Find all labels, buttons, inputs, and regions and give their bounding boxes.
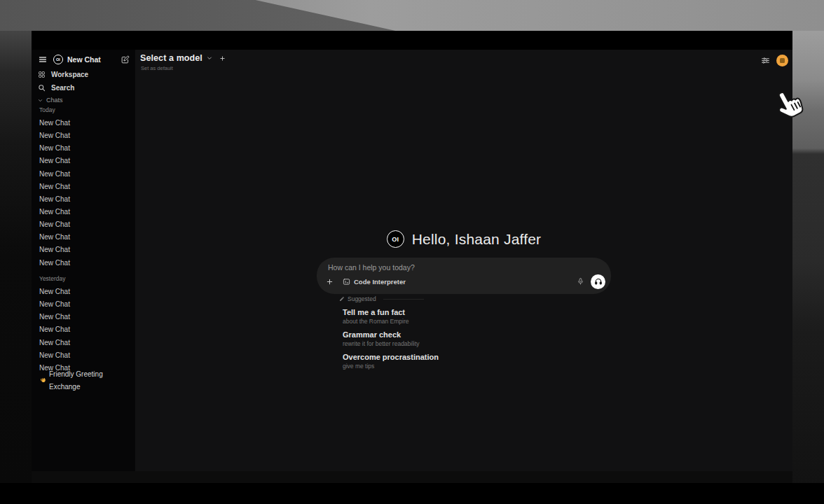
app-window: OI New Chat: [32, 31, 792, 471]
main-area: Select a model Set as default: [135, 50, 792, 471]
sidebar-item-workspace[interactable]: Workspace: [36, 68, 131, 81]
desktop-background-triangle: [0, 0, 824, 31]
window-top-strip: [32, 31, 792, 50]
chat-item[interactable]: New Chat: [32, 231, 134, 244]
chat-item[interactable]: New Chat: [32, 257, 134, 270]
controls-sliders-icon[interactable]: [761, 56, 770, 65]
search-label: Search: [51, 84, 74, 92]
chevron-down-icon: [38, 98, 43, 103]
chat-item[interactable]: New Chat: [32, 142, 134, 155]
message-inputbox[interactable]: Code Interpreter: [317, 258, 611, 294]
chat-item[interactable]: New Chat: [32, 206, 134, 218]
chats-section-toggle[interactable]: Chats: [38, 95, 63, 105]
chat-item[interactable]: New Chat: [32, 337, 134, 349]
chat-item[interactable]: New Chat: [32, 323, 134, 336]
chats-label: Chats: [46, 97, 63, 104]
chat-item[interactable]: New Chat: [32, 286, 134, 298]
suggested-label: Suggested: [348, 295, 376, 302]
code-interpreter-label: Code Interpreter: [354, 278, 406, 286]
chat-item[interactable]: New Chat: [32, 244, 134, 256]
suggestion-subtitle: give me tips: [343, 362, 574, 370]
workspace-grid-icon: [38, 71, 46, 78]
section-label-yesterday: Yesterday: [39, 275, 66, 282]
desktop-background-left: [0, 31, 32, 483]
input-toolbar: Code Interpreter: [317, 272, 611, 290]
sidebar-toggle-icon[interactable]: [39, 55, 47, 64]
sidebar: OI New Chat: [32, 50, 135, 471]
pencil-icon: [339, 296, 345, 302]
chat-item[interactable]: New Chat: [32, 298, 134, 311]
top-right-controls: [761, 55, 788, 66]
code-interpreter-icon: [343, 278, 350, 286]
user-avatar[interactable]: [776, 55, 788, 66]
chat-item[interactable]: New Chat: [32, 181, 134, 193]
section-label-today: Today: [39, 106, 55, 113]
code-interpreter-toggle[interactable]: Code Interpreter: [343, 278, 406, 286]
suggestion-item[interactable]: Grammar check rewrite it for better read…: [343, 330, 574, 348]
desktop-background-bottom: [32, 471, 792, 483]
chat-item[interactable]: New Chat: [32, 130, 134, 142]
chat-list-today: New Chat New Chat New Chat New Chat New …: [32, 117, 134, 270]
chat-item[interactable]: New Chat: [32, 155, 134, 167]
workspace-label: Workspace: [51, 71, 88, 78]
chat-item[interactable]: New Chat: [32, 311, 134, 323]
letterbox-bar: [0, 483, 824, 504]
sidebar-header: OI New Chat: [39, 53, 130, 66]
suggestions-list: Tell me a fun fact about the Roman Empir…: [343, 307, 574, 374]
mic-icon[interactable]: [577, 277, 584, 286]
suggestion-item[interactable]: Overcome procrastination give me tips: [343, 352, 574, 370]
voice-call-button[interactable]: [591, 274, 605, 289]
app-logo: OI: [53, 55, 63, 64]
set-default-link[interactable]: Set as default: [141, 65, 173, 71]
chat-item[interactable]: New Chat: [32, 218, 134, 231]
chevron-down-icon: [207, 55, 212, 61]
suggestion-title: Grammar check: [343, 330, 574, 340]
sidebar-item-search[interactable]: Search: [36, 81, 131, 94]
chat-item[interactable]: New Chat: [32, 193, 134, 206]
desktop-background-top: [0, 0, 824, 31]
attach-plus-icon[interactable]: [326, 278, 334, 286]
model-selector-label: Select a model: [140, 53, 202, 63]
headphones-icon: [594, 277, 603, 286]
waving-hand-icon: [39, 377, 46, 384]
chat-item-label: Friendly Greeting Exchange: [49, 368, 134, 393]
sidebar-title: New Chat: [67, 55, 101, 64]
suggested-header: Suggested: [339, 295, 424, 302]
suggestion-item[interactable]: Tell me a fun fact about the Roman Empir…: [343, 307, 574, 326]
new-chat-icon[interactable]: [121, 55, 130, 64]
chat-item[interactable]: New Chat: [32, 117, 134, 130]
suggestion-subtitle: about the Roman Empire: [343, 317, 574, 326]
app-logo-large: OI: [387, 230, 404, 248]
chat-list-yesterday: New Chat New Chat New Chat New Chat New …: [32, 286, 134, 374]
greeting-text: Hello, Ishaan Jaffer: [412, 231, 542, 248]
chat-item-named[interactable]: Friendly Greeting Exchange: [32, 374, 134, 387]
search-icon: [38, 84, 46, 92]
suggestion-title: Tell me a fun fact: [343, 307, 574, 317]
sidebar-nav: Workspace Search: [36, 68, 131, 94]
add-model-icon[interactable]: [219, 55, 226, 62]
model-selector[interactable]: Select a model: [140, 53, 226, 63]
suggestion-subtitle: rewrite it for better readability: [343, 340, 574, 348]
chat-item[interactable]: New Chat: [32, 168, 134, 181]
chat-item[interactable]: New Chat: [32, 349, 134, 362]
screen: OI New Chat: [0, 0, 824, 504]
suggestion-title: Overcome procrastination: [343, 352, 574, 362]
greeting: OI Hello, Ishaan Jaffer: [135, 230, 792, 248]
suggested-divider: [383, 299, 424, 300]
desktop-background-right: [792, 31, 824, 483]
message-input[interactable]: [328, 263, 524, 272]
